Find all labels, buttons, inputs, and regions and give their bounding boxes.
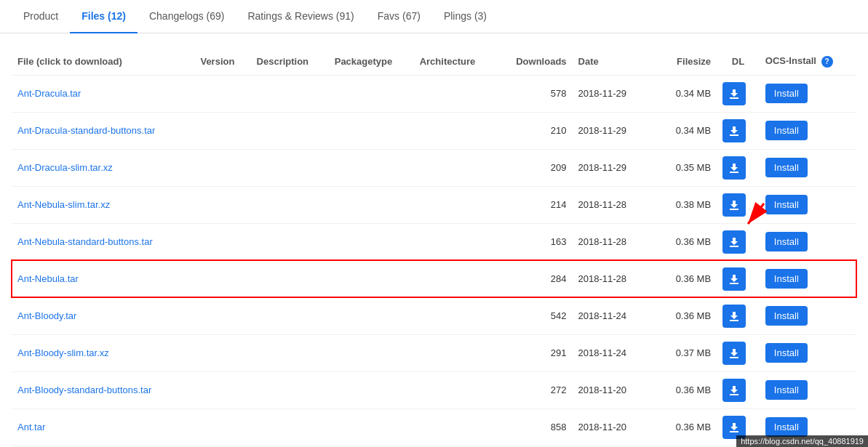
install-button[interactable]: Install: [765, 84, 808, 103]
tab-plings[interactable]: Plings (3): [432, 0, 498, 33]
download-button[interactable]: [722, 230, 746, 254]
cell-install: Install: [760, 75, 856, 112]
file-link[interactable]: Ant-Nebula-standard-buttons.tar: [17, 236, 153, 247]
file-link[interactable]: Ant-Nebula.tar: [17, 273, 79, 284]
cell-architecture: [414, 149, 496, 186]
cell-packagetype: [329, 223, 414, 260]
install-button[interactable]: Install: [765, 417, 808, 437]
cell-version: [194, 297, 250, 334]
cell-dl-button: [717, 112, 760, 149]
cell-install: Install: [760, 149, 856, 186]
col-file: File (click to download): [12, 48, 194, 75]
download-button[interactable]: [722, 379, 746, 402]
cell-version: [194, 371, 250, 408]
install-button[interactable]: Install: [765, 158, 808, 177]
file-link[interactable]: Ant.tar: [17, 422, 45, 432]
cell-date: 2018-11-28: [573, 186, 646, 223]
cell-version: [194, 223, 250, 260]
download-button[interactable]: [722, 193, 746, 217]
cell-install: Install: [760, 112, 856, 149]
cell-description: [251, 186, 329, 223]
install-button[interactable]: Install: [765, 306, 808, 326]
tab-favs[interactable]: Favs (67): [366, 0, 432, 33]
cell-packagetype: [329, 112, 414, 149]
cell-date: 2018-11-28: [573, 223, 646, 260]
cell-downloads: 542: [496, 297, 573, 334]
table-row: Ant-Dracula-slim.tar.xz2092018-11-290.35…: [12, 149, 856, 186]
col-description: Description: [251, 48, 329, 75]
cell-packagetype: [329, 260, 414, 297]
table-row: Ant-Dracula.tar5782018-11-290.34 MBInsta…: [12, 75, 856, 112]
tab-files[interactable]: Files (12): [70, 0, 138, 33]
cell-dl-button: [717, 223, 760, 260]
cell-description: [251, 223, 329, 260]
table-body: Ant-Dracula.tar5782018-11-290.34 MBInsta…: [12, 75, 856, 447]
content: File (click to download) Version Descrip…: [0, 33, 868, 447]
install-button[interactable]: Install: [765, 232, 808, 251]
tabs: ProductFiles (12)Changelogs (69)Ratings …: [0, 0, 868, 33]
tab-changelogs[interactable]: Changelogs (69): [138, 0, 236, 33]
download-button[interactable]: [722, 156, 746, 180]
cell-version: [194, 186, 250, 223]
download-button[interactable]: [722, 119, 746, 142]
col-dl: DL: [717, 48, 760, 75]
cell-downloads: 284: [496, 260, 573, 297]
cell-downloads: 210: [496, 112, 573, 149]
cell-filesize: 0.36 MB: [646, 260, 717, 297]
download-button[interactable]: [722, 267, 746, 291]
download-button[interactable]: [722, 305, 746, 328]
cell-install: Install: [760, 223, 856, 260]
file-link[interactable]: Ant-Bloody-slim.tar.xz: [17, 347, 109, 358]
cell-version: [194, 334, 250, 371]
svg-rect-3: [730, 209, 738, 210]
url-bar: https://blog.csdn.net/qq_40881919: [736, 435, 868, 447]
col-version: Version: [194, 48, 250, 75]
file-link[interactable]: Ant-Dracula.tar: [17, 88, 81, 99]
col-downloads: Downloads: [496, 48, 573, 75]
tab-product[interactable]: Product: [12, 0, 70, 33]
file-link[interactable]: Ant-Bloody.tar: [17, 310, 76, 321]
cell-description: [251, 334, 329, 371]
svg-rect-1: [730, 134, 738, 136]
cell-architecture: [414, 186, 496, 223]
table-row: Ant-Nebula-slim.tar.xz2142018-11-280.38 …: [12, 186, 856, 223]
cell-date: 2018-11-29: [573, 75, 646, 112]
install-button[interactable]: Install: [765, 343, 808, 363]
download-button[interactable]: [722, 342, 746, 365]
table-row: Ant-Nebula-standard-buttons.tar1632018-1…: [12, 223, 856, 260]
cell-version: [194, 260, 250, 297]
col-packagetype: Packagetype: [329, 48, 414, 75]
cell-filesize: 0.38 MB: [646, 186, 717, 223]
install-button[interactable]: Install: [765, 121, 808, 140]
table-header: File (click to download) Version Descrip…: [12, 48, 856, 75]
cell-architecture: [414, 112, 496, 149]
cell-dl-button: [717, 260, 760, 297]
cell-architecture: [414, 260, 496, 297]
cell-install: Install: [760, 297, 856, 334]
cell-downloads: 214: [496, 186, 573, 223]
download-button[interactable]: [722, 82, 746, 105]
file-link[interactable]: Ant-Nebula-slim.tar.xz: [17, 199, 110, 210]
cell-filesize: 0.37 MB: [646, 334, 717, 371]
file-link[interactable]: Ant-Bloody-standard-buttons.tar: [17, 384, 151, 395]
cell-description: [251, 75, 329, 112]
file-link[interactable]: Ant-Dracula-slim.tar.xz: [17, 162, 113, 173]
cell-downloads: 163: [496, 223, 573, 260]
install-button[interactable]: Install: [765, 195, 808, 214]
install-button[interactable]: Install: [765, 269, 808, 289]
cell-architecture: [414, 371, 496, 408]
cell-version: [194, 408, 250, 446]
svg-rect-4: [730, 246, 738, 247]
table-row: Ant-Dracula-standard-buttons.tar2102018-…: [12, 112, 856, 149]
cell-version: [194, 149, 250, 186]
help-icon[interactable]: ?: [821, 56, 833, 68]
cell-downloads: 272: [496, 371, 573, 408]
install-button[interactable]: Install: [765, 380, 808, 400]
file-link[interactable]: Ant-Dracula-standard-buttons.tar: [17, 125, 155, 136]
cell-architecture: [414, 334, 496, 371]
cell-install: Install: [760, 334, 856, 371]
cell-dl-button: [717, 75, 760, 112]
tab-ratings[interactable]: Ratings & Reviews (91): [236, 0, 365, 33]
cell-install: Install: [760, 371, 856, 408]
cell-dl-button: [717, 371, 760, 408]
